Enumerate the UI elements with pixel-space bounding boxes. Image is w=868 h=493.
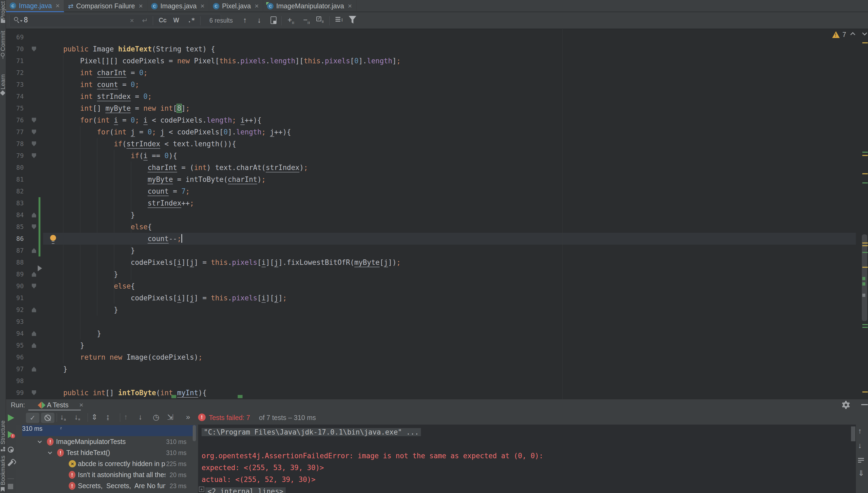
close-icon[interactable]: × — [79, 401, 83, 409]
code-line[interactable]: } — [46, 327, 101, 339]
error-stripe-mark[interactable] — [862, 173, 868, 174]
fold-marker-icon[interactable] — [32, 224, 36, 229]
fold-marker-icon[interactable] — [32, 272, 36, 277]
code-line[interactable]: else{ — [46, 221, 152, 233]
close-icon[interactable]: × — [56, 2, 60, 10]
hide-panel-icon[interactable] — [861, 404, 868, 405]
error-stripe-mark[interactable] — [862, 324, 868, 325]
code-line[interactable]: if(strIndex < text.length()){ — [46, 138, 236, 150]
add-occurrence-icon[interactable]: +II — [288, 16, 295, 24]
error-stripe-mark[interactable] — [862, 183, 868, 184]
console-line[interactable]: <2 internal lines> — [205, 486, 285, 493]
select-all-occurrences-icon[interactable] — [316, 17, 321, 21]
test-history-clock-icon[interactable]: ◷ — [153, 413, 159, 422]
code-line[interactable]: charInt = (int) text.charAt(strIndex); — [46, 162, 308, 173]
filter-icon[interactable] — [349, 16, 356, 24]
sort-alphabetically-icon[interactable]: ↓az — [60, 413, 66, 430]
search-options-icon[interactable] — [336, 17, 340, 23]
fold-marker-icon[interactable] — [32, 213, 36, 217]
remove-occurrence-icon[interactable]: −II — [303, 16, 310, 24]
close-icon[interactable]: × — [200, 2, 205, 10]
code-line[interactable]: myByte = intToByte(charInt); — [46, 173, 266, 185]
show-ignored-toggle[interactable] — [41, 413, 55, 423]
close-icon[interactable]: × — [139, 2, 143, 10]
error-stripe-mark[interactable] — [862, 267, 868, 268]
console-line[interactable]: "C:\Program Files\Java\jdk-17.0.1\bin\ja… — [202, 426, 421, 438]
error-stripe-mark[interactable] — [862, 242, 868, 243]
code-line[interactable]: count = 7; — [46, 185, 190, 197]
show-passed-toggle[interactable]: ✓ — [26, 413, 39, 423]
stripe-item-structure[interactable]: Structure — [0, 419, 6, 446]
error-stripe-mark[interactable] — [862, 327, 868, 328]
chevron-down-icon[interactable] — [48, 450, 52, 454]
inspection-warning-count[interactable]: 7 — [842, 31, 846, 39]
more-actions-icon[interactable]: » — [186, 413, 190, 421]
code-line[interactable]: } — [46, 209, 135, 221]
code-line[interactable]: public Image hideText(String text) { — [46, 43, 215, 55]
next-failed-test-icon[interactable]: ↓ — [139, 413, 142, 421]
sort-by-duration-icon[interactable]: ↓≡ — [75, 413, 80, 421]
toggle-auto-test-icon[interactable] — [8, 447, 14, 453]
test-tree-row[interactable]: !<default package>310 ms — [16, 425, 198, 436]
close-icon[interactable]: × — [255, 2, 259, 10]
fold-marker-icon[interactable] — [32, 343, 36, 348]
test-console-output[interactable]: "C:\Program Files\Java\jdk-17.0.1\bin\ja… — [198, 425, 856, 493]
import-test-results-icon[interactable]: ⇲ — [167, 413, 173, 422]
error-stripe-mark[interactable] — [862, 252, 868, 253]
stripe-item-learn[interactable]: Learn — [0, 74, 6, 89]
code-line[interactable]: } — [46, 304, 118, 316]
code-line[interactable]: int[] myByte = new int[8]; — [46, 102, 190, 114]
search-history-chevron-icon[interactable] — [20, 20, 23, 22]
fold-marker-icon[interactable] — [32, 248, 36, 253]
error-stripe-mark[interactable] — [862, 391, 868, 392]
expand-all-icon[interactable]: ⇕ — [91, 413, 98, 422]
error-stripe-mark[interactable] — [862, 282, 865, 285]
test-settings-wrench-icon[interactable] — [7, 460, 14, 467]
code-line[interactable]: else{ — [46, 280, 135, 292]
project-folder-icon[interactable] — [1, 20, 5, 23]
rerun-button[interactable] — [8, 414, 14, 421]
stripe-item-bookmarks[interactable]: Bookmarks — [0, 455, 6, 486]
fold-marker-icon[interactable] — [32, 307, 36, 312]
console-line[interactable]: expected: <(255, 53, 39, 30)> — [202, 462, 324, 474]
test-name[interactable]: ImageManipulatorTests — [56, 438, 166, 446]
code-line[interactable]: } — [46, 268, 118, 280]
clear-search-icon[interactable]: × — [130, 17, 134, 25]
code-line[interactable]: } — [46, 244, 135, 256]
code-line[interactable]: codePixels[i][j] = this.pixels[i][j].fix… — [46, 256, 401, 268]
code-line[interactable]: for(int j = 0; j < codePixels[0].length;… — [46, 126, 291, 138]
tree-scrollbar[interactable] — [193, 425, 196, 441]
fold-marker-icon[interactable] — [32, 284, 36, 288]
fold-marker-icon[interactable] — [32, 118, 36, 123]
tab-pixel-java[interactable]: CPixel.java× — [209, 0, 263, 12]
prev-stack-frame-icon[interactable]: ↑ — [858, 427, 862, 435]
code-line[interactable]: int charInt = 0; — [46, 67, 148, 79]
fold-marker-icon[interactable] — [32, 153, 36, 158]
fold-marker-icon[interactable] — [32, 142, 36, 146]
error-stripe-mark[interactable] — [862, 152, 868, 153]
test-name[interactable]: Test hideText() — [66, 449, 166, 457]
words-toggle[interactable]: W — [173, 17, 179, 24]
test-name[interactable]: abcde is correctly hidden in pu — [78, 460, 166, 468]
error-stripe-mark[interactable] — [862, 294, 865, 297]
stop-icon[interactable] — [8, 484, 13, 489]
code-line[interactable]: int count = 0; — [46, 79, 139, 90]
tab-images-java[interactable]: CImages.java× — [147, 0, 209, 12]
learn-icon[interactable] — [0, 90, 5, 95]
next-problem-icon[interactable] — [862, 30, 867, 35]
run-tab[interactable]: A Tests — [47, 401, 68, 409]
fold-marker-icon[interactable] — [32, 130, 36, 134]
structure-icon[interactable] — [1, 449, 3, 451]
previous-failed-test-icon[interactable]: ↑ — [124, 413, 128, 421]
test-results-tree[interactable]: !<default package>310 ms!ImageManipulato… — [16, 425, 198, 493]
stripe-item-project[interactable]: Project — [0, 1, 6, 20]
fold-marker-icon[interactable] — [32, 367, 36, 371]
test-tree-row[interactable]: !Test hideText()310 ms — [16, 447, 198, 458]
test-name[interactable]: Isn't it astonishing that all these — [78, 471, 166, 479]
search-in-selection-icon[interactable] — [271, 17, 276, 24]
code-line[interactable]: for(int i = 0; i < codePixels.length; i+… — [46, 114, 261, 126]
fold-marker-icon[interactable] — [32, 331, 36, 336]
stripe-item-commit[interactable]: Commit — [0, 32, 6, 51]
code-line[interactable]: Pixel[][] codePixels = new Pixel[this.pi… — [46, 55, 401, 67]
newline-icon[interactable]: ↵ — [142, 17, 148, 25]
